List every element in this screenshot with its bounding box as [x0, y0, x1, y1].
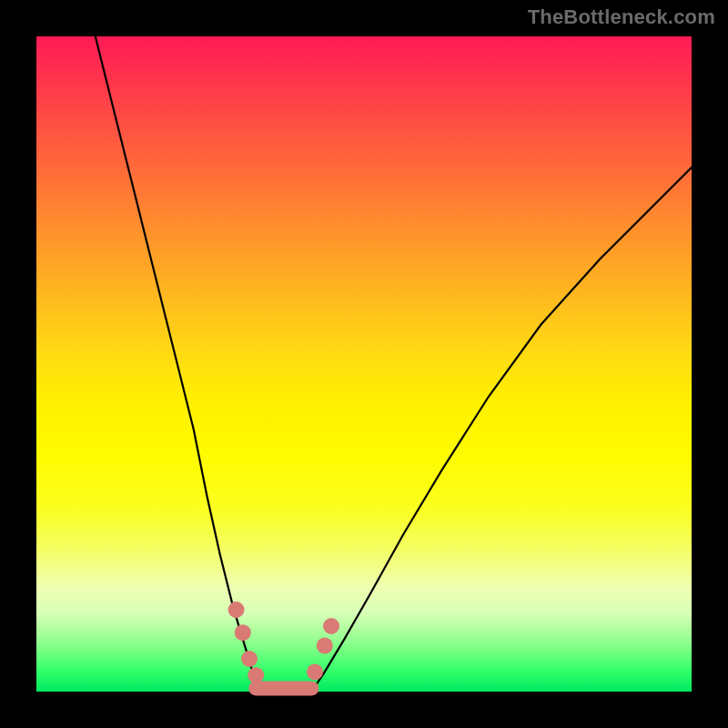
marker-dot: [317, 638, 333, 654]
watermark-text: TheBottleneck.com: [528, 5, 715, 29]
curve-right-branch: [311, 167, 692, 692]
marker-dot: [248, 667, 264, 683]
marker-dot: [307, 663, 323, 680]
marker-dot: [235, 624, 251, 641]
marker-dot: [241, 651, 258, 667]
curve-left-branch: [96, 36, 263, 692]
plot-area: [36, 36, 692, 692]
chart-svg: [36, 36, 692, 692]
chart-frame: TheBottleneck.com: [0, 0, 728, 728]
marker-dot: [228, 602, 245, 618]
marker-dot: [323, 618, 339, 634]
